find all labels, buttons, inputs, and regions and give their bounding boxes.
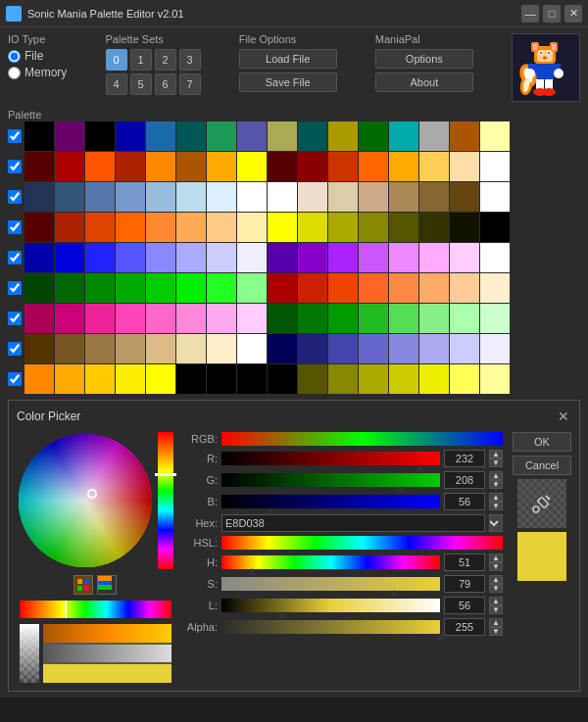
color-cell-0-6[interactable] (207, 121, 236, 151)
palette-row-4-checkbox[interactable] (8, 251, 22, 265)
g-track[interactable] (221, 473, 440, 487)
color-cell-4-2[interactable] (85, 243, 115, 272)
g-spin-down[interactable]: ▼ (489, 480, 503, 489)
palette-row-7-checkbox[interactable] (8, 342, 22, 356)
color-cell-1-4[interactable] (146, 152, 175, 181)
color-cell-7-14[interactable] (450, 334, 479, 363)
color-cell-2-11[interactable] (359, 182, 388, 212)
color-cell-6-12[interactable] (389, 304, 418, 333)
color-cell-8-1[interactable] (55, 364, 84, 394)
color-cell-1-5[interactable] (176, 152, 206, 181)
palette-btn-3[interactable]: 3 (179, 49, 201, 71)
color-cell-2-6[interactable] (207, 182, 236, 212)
color-cell-5-1[interactable] (55, 273, 84, 303)
color-cell-0-10[interactable] (328, 121, 358, 151)
cancel-button[interactable]: Cancel (513, 456, 571, 475)
color-cell-5-3[interactable] (116, 273, 145, 303)
color-cell-6-13[interactable] (419, 304, 449, 333)
s-spin-up[interactable]: ▲ (489, 575, 503, 584)
color-cell-8-5[interactable] (176, 364, 206, 394)
color-cell-2-1[interactable] (55, 182, 84, 212)
color-wheel[interactable] (17, 432, 154, 569)
color-cell-4-14[interactable] (450, 243, 479, 272)
color-cell-6-3[interactable] (116, 304, 145, 333)
s-spin-down[interactable]: ▼ (489, 584, 503, 593)
b-spin-up[interactable]: ▲ (489, 493, 503, 502)
color-cell-5-11[interactable] (359, 273, 388, 303)
color-cell-6-2[interactable] (85, 304, 115, 333)
color-cell-0-2[interactable] (85, 121, 115, 151)
color-cell-3-2[interactable] (85, 213, 115, 242)
color-cell-4-12[interactable] (389, 243, 418, 272)
color-cell-8-11[interactable] (359, 364, 388, 394)
color-cell-8-0[interactable] (24, 364, 54, 394)
color-cell-3-0[interactable] (24, 213, 54, 242)
h-input[interactable] (444, 554, 485, 571)
close-button[interactable]: ✕ (564, 5, 582, 23)
palette-row-3-checkbox[interactable] (8, 220, 22, 234)
memory-radio[interactable] (8, 67, 21, 79)
color-cell-2-4[interactable] (146, 182, 175, 212)
color-cell-1-2[interactable] (85, 152, 115, 181)
color-cell-1-9[interactable] (298, 152, 327, 181)
l-track[interactable] (221, 599, 440, 612)
file-radio[interactable] (8, 50, 21, 63)
color-cell-6-4[interactable] (146, 304, 175, 333)
color-cell-8-14[interactable] (450, 364, 479, 394)
color-cell-8-12[interactable] (389, 364, 418, 394)
color-cell-2-15[interactable] (480, 182, 510, 212)
color-cell-0-8[interactable] (268, 121, 297, 151)
options-button[interactable]: Options (375, 49, 473, 69)
color-picker-close-button[interactable]: ✕ (556, 409, 571, 424)
color-cell-3-15[interactable] (480, 213, 510, 242)
color-cell-1-15[interactable] (480, 152, 510, 181)
color-cell-1-1[interactable] (55, 152, 84, 181)
color-cell-0-14[interactable] (450, 121, 479, 151)
color-cell-7-10[interactable] (328, 334, 358, 363)
color-cell-6-5[interactable] (176, 304, 206, 333)
color-cell-4-4[interactable] (146, 243, 175, 272)
palette-row-5-checkbox[interactable] (8, 281, 22, 295)
color-cell-8-2[interactable] (85, 364, 115, 394)
l-input[interactable] (444, 597, 485, 614)
color-cell-3-12[interactable] (389, 213, 418, 242)
color-cell-6-0[interactable] (24, 304, 54, 333)
eyedropper-area[interactable] (517, 479, 566, 528)
color-cell-8-15[interactable] (480, 364, 510, 394)
h-spin-up[interactable]: ▲ (489, 554, 503, 562)
color-cell-7-1[interactable] (55, 334, 84, 363)
preset-icon-1[interactable] (74, 575, 93, 595)
color-cell-1-11[interactable] (359, 152, 388, 181)
color-cell-2-3[interactable] (116, 182, 145, 212)
color-cell-5-0[interactable] (24, 273, 54, 303)
color-cell-1-6[interactable] (207, 152, 236, 181)
color-cell-1-12[interactable] (389, 152, 418, 181)
color-cell-4-9[interactable] (298, 243, 327, 272)
color-cell-4-1[interactable] (55, 243, 84, 272)
palette-btn-7[interactable]: 7 (179, 73, 201, 95)
r-input[interactable] (444, 450, 485, 467)
color-cell-4-15[interactable] (480, 243, 510, 272)
color-cell-5-12[interactable] (389, 273, 418, 303)
r-spin-up[interactable]: ▲ (489, 450, 503, 458)
color-cell-7-2[interactable] (85, 334, 115, 363)
h-track[interactable] (221, 555, 440, 569)
g-input[interactable] (444, 471, 485, 489)
color-cell-5-8[interactable] (268, 273, 297, 303)
color-cell-2-12[interactable] (389, 182, 418, 212)
color-cell-8-7[interactable] (237, 364, 267, 394)
color-cell-3-1[interactable] (55, 213, 84, 242)
color-cell-5-14[interactable] (450, 273, 479, 303)
color-cell-1-14[interactable] (450, 152, 479, 181)
color-cell-7-5[interactable] (176, 334, 206, 363)
color-cell-3-8[interactable] (268, 213, 297, 242)
alpha-spin-down[interactable]: ▼ (489, 627, 503, 636)
g-spin-up[interactable]: ▲ (489, 471, 503, 480)
palette-row-6-checkbox[interactable] (8, 312, 22, 325)
color-cell-7-4[interactable] (146, 334, 175, 363)
color-cell-8-8[interactable] (268, 364, 297, 394)
palette-row-0-checkbox[interactable] (8, 129, 22, 143)
palette-btn-6[interactable]: 6 (155, 73, 176, 95)
color-cell-2-5[interactable] (176, 182, 206, 212)
color-cell-6-1[interactable] (55, 304, 84, 333)
